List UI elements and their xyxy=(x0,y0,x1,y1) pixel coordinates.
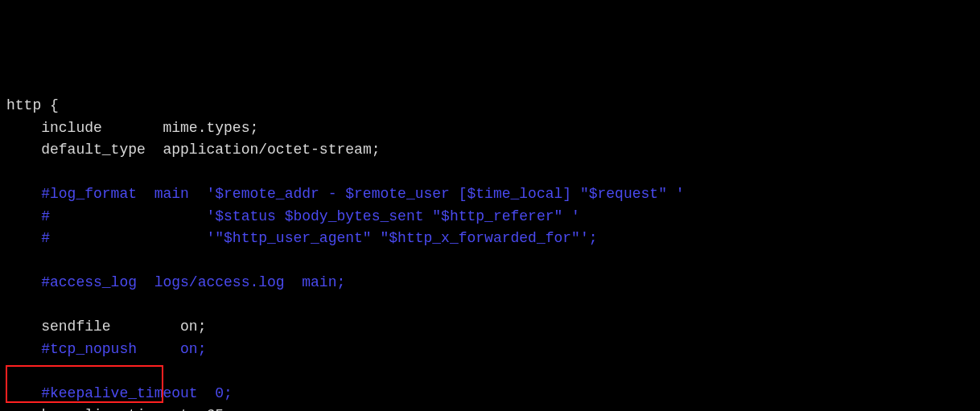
code-line-1-b: { xyxy=(50,97,59,113)
code-line-2-b: mime.types; xyxy=(163,120,258,136)
code-line-11-b: on; xyxy=(180,319,206,335)
code-block: http { include mime.types; default_type … xyxy=(6,95,974,411)
code-line-15-b: 65; xyxy=(206,407,232,411)
code-line-3-a: default_type xyxy=(6,142,163,158)
code-line-6: # '$status $body_bytes_sent "$http_refer… xyxy=(6,208,580,224)
code-line-7: # '"$http_user_agent" "$http_x_forwarded… xyxy=(6,230,598,246)
code-line-12: #tcp_nopush on; xyxy=(6,341,206,357)
code-line-9: #access_log logs/access.log main; xyxy=(6,274,345,290)
code-line-5: #log_format main '$remote_addr - $remote… xyxy=(6,186,685,202)
code-line-14: #keepalive_timeout 0; xyxy=(6,385,233,401)
code-line-3-b: application/octet-stream; xyxy=(163,142,380,158)
code-line-2-a: include xyxy=(6,120,163,136)
code-line-15-a: keepalive_timeout xyxy=(6,407,206,411)
code-line-11-a: sendfile xyxy=(6,319,180,335)
code-line-1-a: http xyxy=(6,97,50,113)
